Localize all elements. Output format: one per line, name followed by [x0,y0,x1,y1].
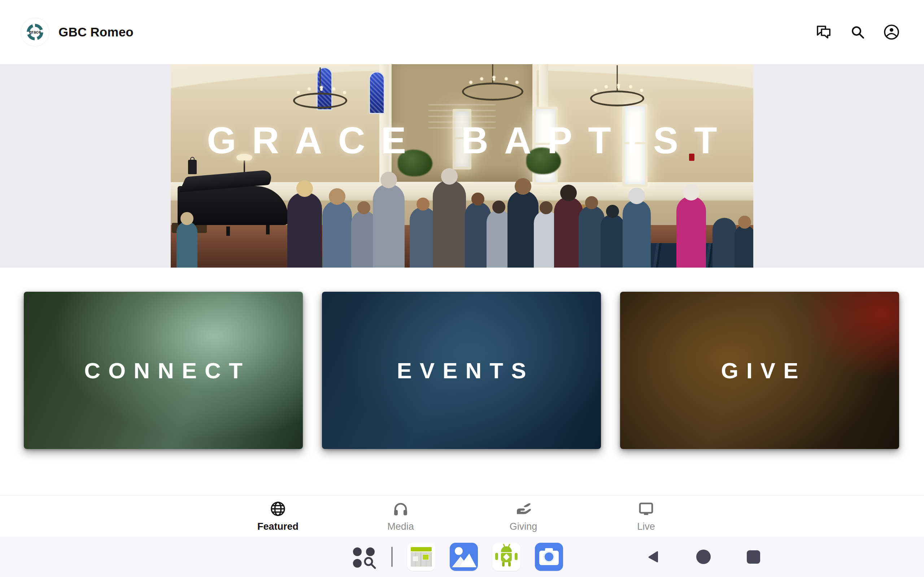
person-silhouette [410,207,436,268]
person-silhouette [735,225,753,268]
person-silhouette [601,214,624,268]
hero-banner[interactable]: GRACE BAPTIST [171,64,753,268]
chat-icon[interactable] [815,23,832,41]
quick-link-cards: CONNECT EVENTS GIVE [24,292,899,449]
screen: grace GBC Romeo [0,0,924,577]
back-button[interactable] [645,548,662,565]
account-icon[interactable] [883,23,900,41]
give-card[interactable]: GIVE [620,292,899,449]
tab-live[interactable]: Live [585,495,708,537]
person-silhouette [433,180,466,268]
person-silhouette [322,200,352,268]
app-drawer-search-icon[interactable] [351,544,377,570]
taskbar-dock [351,537,563,577]
person-silhouette [677,196,706,268]
grand-piano [178,186,288,225]
person-silhouette [176,221,197,268]
bottom-navigation: Featured Media Giving [0,495,924,537]
chandelier [293,93,347,108]
gallery-app-icon[interactable] [450,543,478,571]
app-bar: grace GBC Romeo [0,0,924,64]
system-navigation [645,537,762,577]
events-card-label: EVENTS [389,358,534,384]
tab-featured[interactable]: Featured [216,495,339,537]
app-title: GBC Romeo [58,25,134,39]
android-taskbar [0,537,924,577]
android-app-icon[interactable] [492,543,520,571]
person-silhouette [373,184,405,268]
chandelier [590,90,644,106]
connect-card-label: CONNECT [76,358,250,384]
search-icon[interactable] [849,23,866,41]
globe-icon [269,500,287,517]
tab-media[interactable]: Media [339,495,462,537]
camera-app-icon[interactable] [535,543,563,571]
tab-giving[interactable]: Giving [462,495,585,537]
church-logo: grace [21,18,49,46]
calendar-app-icon[interactable] [407,543,435,571]
dock-divider [391,547,393,567]
person-silhouette [623,200,651,268]
recents-button[interactable] [745,548,762,565]
logo-text: grace [29,29,41,35]
connect-card[interactable]: CONNECT [24,292,303,449]
tab-featured-label: Featured [257,521,299,532]
stained-glass-window [369,71,385,114]
hero-strip: GRACE BAPTIST [0,64,924,268]
events-card[interactable]: EVENTS [322,292,601,449]
tab-media-label: Media [387,521,414,532]
tab-giving-label: Giving [510,521,538,532]
live-screen-icon [637,500,655,517]
person-silhouette [287,193,322,268]
home-button[interactable] [695,548,712,565]
chandelier [462,82,523,101]
give-card-label: GIVE [713,358,806,384]
headphones-icon [392,500,409,517]
giving-hand-icon [515,500,532,517]
tab-live-label: Live [637,521,655,532]
content-area: CONNECT EVENTS GIVE [0,268,924,495]
hero-title: GRACE BAPTIST [171,119,753,162]
person-silhouette [712,218,736,268]
